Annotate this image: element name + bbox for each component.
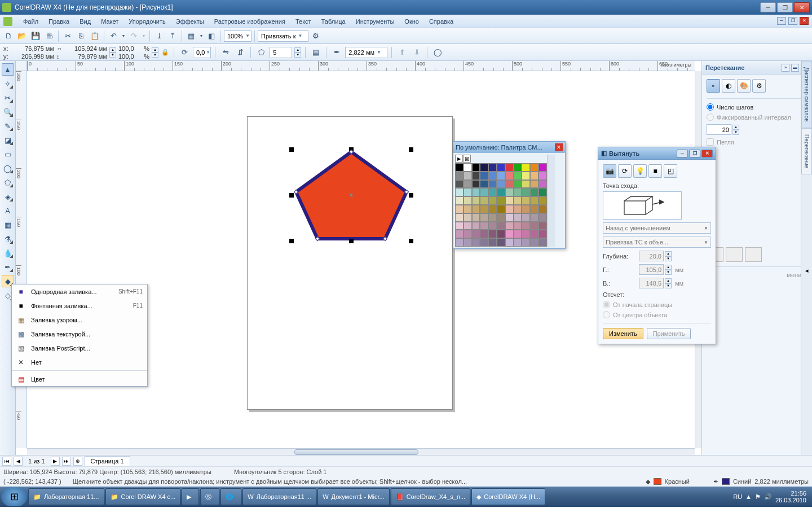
color-swatch[interactable] (539, 205, 547, 213)
color-swatch[interactable] (488, 230, 497, 238)
palette-header[interactable]: По умолчанию: Палитра CM... ✕ (453, 142, 565, 153)
fill-menu-item[interactable]: ▧Заливка PostScript... (12, 341, 147, 355)
blend-loop-check[interactable]: Петля (707, 138, 807, 146)
menu-layout[interactable]: Макет (96, 15, 123, 28)
prev-page-button[interactable]: ◀ (14, 457, 23, 466)
horizontal-ruler[interactable]: миллиметры050100150200250300350400450500… (27, 61, 695, 71)
taskbar-item[interactable]: Ⓢ (200, 488, 219, 505)
color-swatch[interactable] (514, 230, 522, 238)
docker-collapse-button[interactable]: » (782, 64, 789, 72)
next-page-button[interactable]: ▶ (51, 457, 60, 466)
color-swatch[interactable] (472, 163, 480, 172)
start-button[interactable]: ⊞ (1, 487, 27, 506)
menu-window[interactable]: Окно (399, 15, 424, 28)
snap-combo[interactable]: Привязать к▼ (258, 30, 308, 42)
color-swatch[interactable] (497, 180, 505, 189)
blend-tab-steps[interactable]: ▫ (707, 79, 720, 93)
mdi-close[interactable]: ✕ (800, 17, 809, 25)
color-swatch[interactable] (455, 188, 464, 196)
mirror-h-button[interactable]: ⇋ (219, 46, 232, 59)
color-swatch[interactable] (488, 163, 497, 172)
color-swatch[interactable] (514, 222, 522, 230)
shape-tool[interactable]: ✧ (2, 77, 14, 90)
h-input[interactable]: ▲▼ (639, 264, 672, 275)
no-fill-swatch[interactable]: ⊠ (463, 155, 471, 163)
paste-button[interactable]: 📋 (89, 30, 101, 42)
color-swatch[interactable] (455, 163, 464, 172)
extrude-minimize[interactable]: ─ (677, 150, 688, 157)
selection[interactable]: × (289, 147, 413, 243)
color-swatch[interactable] (514, 196, 522, 205)
color-swatch[interactable] (472, 238, 480, 247)
scroll-thumb[interactable] (294, 449, 418, 455)
export-button[interactable]: ⤒ (166, 30, 179, 42)
tray-icon[interactable]: ⚑ (755, 493, 761, 501)
taskbar-item[interactable]: WЛабораторная11 ... (242, 488, 316, 505)
color-swatch[interactable] (464, 205, 472, 213)
color-swatch[interactable] (514, 188, 522, 196)
docker-expand-icon[interactable]: ◂ (801, 267, 812, 274)
handle-ml[interactable] (289, 193, 294, 198)
color-swatch[interactable] (505, 205, 514, 213)
color-swatch[interactable] (455, 196, 464, 205)
page-tab[interactable]: Страница 1 (85, 456, 130, 466)
color-swatch[interactable] (514, 172, 522, 180)
canvas[interactable]: × По умолчанию: Палитра CM... ✕ ▶ ⊠ (27, 71, 695, 448)
last-page-button[interactable]: ⏭ (62, 457, 71, 466)
copy-button[interactable]: ⎘ (75, 30, 87, 42)
color-swatch[interactable] (480, 230, 488, 238)
system-tray[interactable]: RU ▲ ⚑ 🔊 21:5626.03.2010 (733, 490, 811, 503)
color-swatch[interactable] (480, 163, 488, 172)
color-swatch[interactable] (464, 163, 472, 172)
color-swatch[interactable] (505, 196, 514, 205)
palette-arrow-icon[interactable]: ▶ (455, 155, 463, 163)
first-page-button[interactable]: ⏮ (2, 457, 11, 466)
redo-dropdown[interactable]: ▾ (141, 30, 147, 42)
blend-apply-button[interactable]: менить (707, 271, 807, 278)
color-swatch[interactable] (505, 188, 514, 196)
color-swatch[interactable] (488, 205, 497, 213)
blend-steps-radio[interactable]: Число шагов (707, 103, 807, 111)
color-swatch[interactable] (464, 230, 472, 238)
color-swatch[interactable] (522, 238, 530, 247)
color-swatch[interactable] (464, 213, 472, 222)
taskbar-item[interactable]: ▶ (182, 488, 199, 505)
close-button[interactable]: ✕ (794, 2, 810, 12)
taskbar-item[interactable]: 📁Лабораторная 11... (28, 488, 104, 505)
rectangle-tool[interactable]: ▭ (2, 148, 14, 160)
color-swatch[interactable] (522, 180, 530, 189)
color-swatch[interactable] (497, 196, 505, 205)
extrude-tab-bevel[interactable]: ◰ (664, 164, 677, 178)
clock-date[interactable]: 26.03.2010 (775, 497, 806, 503)
color-swatch[interactable] (464, 238, 472, 247)
handle-tl[interactable] (289, 147, 294, 152)
color-swatch[interactable] (455, 238, 464, 247)
blend-tab-color[interactable]: 🎨 (737, 79, 751, 93)
color-swatch[interactable] (522, 188, 530, 196)
color-swatch[interactable] (455, 213, 464, 222)
save-button[interactable]: 💾 (29, 30, 42, 42)
extrude-tab-light[interactable]: 💡 (633, 164, 647, 178)
horizontal-scrollbar[interactable] (27, 448, 695, 455)
color-swatch[interactable] (464, 172, 472, 180)
open-button[interactable]: 📂 (16, 30, 28, 42)
color-swatch[interactable] (530, 172, 539, 180)
lang-indicator[interactable]: RU (733, 493, 742, 500)
color-swatch[interactable] (505, 238, 514, 247)
color-swatch[interactable] (539, 188, 547, 196)
color-swatch[interactable] (522, 196, 530, 205)
rotation-input[interactable]: 0,0▾ (193, 47, 211, 58)
color-swatch[interactable] (530, 163, 539, 172)
undo-dropdown[interactable]: ▾ (121, 30, 126, 42)
color-swatch[interactable] (505, 230, 514, 238)
color-swatch[interactable] (455, 180, 464, 189)
handle-bl[interactable] (289, 239, 294, 243)
taskbar-item[interactable]: 📕CorelDraw_X4_s_n... (391, 488, 471, 505)
color-swatch[interactable] (472, 196, 480, 205)
interactive-blend-tool[interactable]: ⚗ (2, 233, 14, 245)
fill-menu-item[interactable]: ▦Заливка узором... (12, 313, 147, 327)
blend-fixed-radio[interactable]: Фиксированный интервал (707, 113, 807, 121)
handle-br[interactable] (409, 239, 413, 243)
color-swatch[interactable] (472, 188, 480, 196)
blend-steps-input[interactable]: ▲▼ (707, 124, 807, 135)
